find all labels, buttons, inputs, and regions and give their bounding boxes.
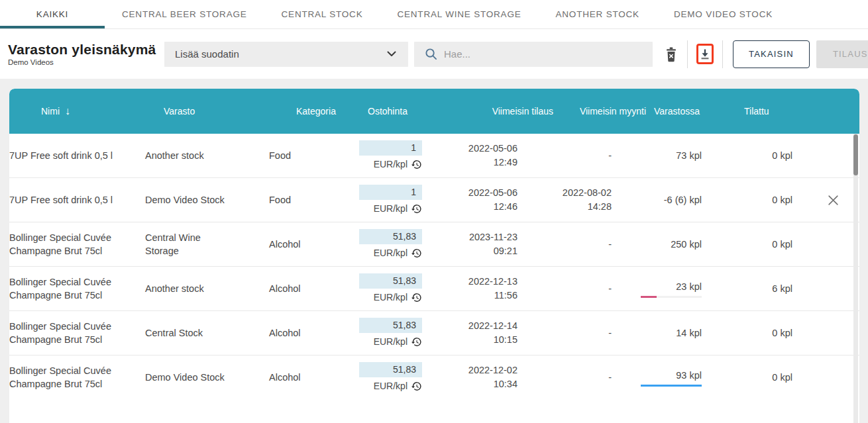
- price-unit: EUR/kpl: [374, 246, 407, 259]
- table-row[interactable]: 7UP Free soft drink 0,5 l Demo Video Sto…: [9, 177, 859, 222]
- tab-central-wine-storage[interactable]: CENTRAL WINE STORAGE: [380, 0, 538, 28]
- download-icon: [698, 48, 712, 61]
- column-header-ostohinta[interactable]: Ostohinta: [361, 106, 444, 117]
- purchase-price-cell: 51,83 EUR/kpl: [343, 362, 425, 393]
- ordered: 0 kpl: [717, 238, 806, 251]
- toolbar: Varaston yleisnäkymä Demo Videos Lisää s…: [0, 29, 868, 79]
- stock-level-bar: [641, 296, 702, 298]
- table-row[interactable]: 7UP Free soft drink 0,5 l Another stock …: [9, 134, 859, 177]
- column-header-viimeisin-tilaus[interactable]: Viimeisin tilaus: [444, 106, 553, 117]
- last-order: 2023-11-2309:21: [425, 230, 535, 258]
- tab-kaikki[interactable]: KAIKKI: [0, 0, 105, 28]
- in-stock: 23 kpl: [627, 280, 717, 298]
- top-header-area: KAIKKI CENTRAL BEER STORAGE CENTRAL STOC…: [0, 0, 868, 79]
- tab-another-stock[interactable]: ANOTHER STOCK: [539, 0, 657, 28]
- price-value: 51,83: [359, 318, 422, 333]
- ordered: 0 kpl: [717, 371, 806, 384]
- back-button[interactable]: TAKAISIN: [733, 40, 810, 68]
- search-icon: [425, 48, 437, 60]
- tab-central-stock[interactable]: CENTRAL STOCK: [264, 0, 380, 28]
- close-row-icon[interactable]: [828, 195, 839, 206]
- last-sale: -: [535, 326, 627, 340]
- order-button[interactable]: TILAUS: [816, 40, 868, 68]
- table-row[interactable]: Bollinger Special Cuvée Champagne Brut 7…: [9, 266, 859, 310]
- category: Alcohol: [260, 282, 343, 295]
- ordered: 0 kpl: [717, 326, 806, 340]
- price-unit: EUR/kpl: [374, 335, 407, 348]
- price-history-icon[interactable]: [411, 248, 422, 259]
- chevron-down-icon: [387, 51, 396, 57]
- price-history-icon[interactable]: [411, 381, 422, 392]
- product-name: Bollinger Special Cuvée Champagne Brut 7…: [9, 364, 145, 391]
- product-name: Bollinger Special Cuvée Champagne Brut 7…: [9, 320, 145, 346]
- clear-filters-button[interactable]: [664, 45, 678, 64]
- page-title: Varaston yleisnäkymä: [8, 42, 164, 58]
- price-value: 51,83: [359, 273, 422, 289]
- last-order: 2022-12-1410:15: [425, 319, 535, 347]
- tab-central-beer-storage[interactable]: CENTRAL BEER STORAGE: [105, 0, 264, 28]
- price-value: 51,83: [359, 362, 422, 377]
- column-header-varasto[interactable]: Varasto: [164, 106, 278, 117]
- price-history-icon[interactable]: [411, 292, 422, 303]
- column-header-kategoria[interactable]: Kategoria: [278, 106, 361, 117]
- download-button-highlight: [696, 44, 714, 64]
- category: Food: [260, 149, 343, 162]
- sort-desc-icon[interactable]: ↓: [65, 105, 70, 117]
- product-name: 7UP Free soft drink 0,5 l: [9, 193, 145, 207]
- add-filter-label: Lisää suodatin: [175, 48, 239, 60]
- table-row[interactable]: Bollinger Special Cuvée Champagne Brut 7…: [9, 310, 859, 355]
- category: Alcohol: [260, 326, 343, 340]
- price-value: 1: [359, 140, 422, 156]
- table-row[interactable]: Bollinger Special Cuvée Champagne Brut 7…: [9, 222, 859, 266]
- tab-demo-video-stock[interactable]: DEMO VIDEO STOCK: [657, 0, 790, 28]
- last-sale: -: [535, 371, 627, 385]
- trash-x-icon: [664, 46, 678, 62]
- search-input[interactable]: [444, 48, 629, 60]
- purchase-price-cell: 51,83 EUR/kpl: [343, 229, 425, 259]
- warehouse: Demo Video Stock: [145, 193, 260, 207]
- download-button[interactable]: [698, 48, 712, 61]
- table-scrollbar-track[interactable]: [853, 134, 858, 423]
- warehouse: Demo Video Stock: [145, 371, 260, 384]
- warehouse-tabbar: KAIKKI CENTRAL BEER STORAGE CENTRAL STOC…: [0, 0, 868, 29]
- ordered: 6 kpl: [717, 282, 806, 295]
- column-header-nimi[interactable]: Nimi ↓: [28, 105, 164, 117]
- table-scrollbar-thumb[interactable]: [853, 134, 858, 175]
- price-value: 1: [359, 185, 422, 200]
- last-sale: 2022-08-0214:28: [535, 186, 627, 214]
- table-row[interactable]: Bollinger Special Cuvée Champagne Brut 7…: [9, 355, 859, 399]
- in-stock: 93 kpl: [627, 369, 717, 387]
- column-header-viimeisin-myynti[interactable]: Viimeisin myynti: [553, 106, 646, 117]
- purchase-price-cell: 1 EUR/kpl: [343, 140, 425, 171]
- warehouse: Central Stock: [145, 326, 260, 340]
- price-history-icon[interactable]: [411, 203, 422, 214]
- in-stock: 73 kpl: [627, 149, 717, 162]
- purchase-price-cell: 51,83 EUR/kpl: [343, 273, 425, 304]
- product-name: 7UP Free soft drink 0,5 l: [9, 149, 145, 162]
- search-field[interactable]: [414, 42, 653, 67]
- last-order: 2022-12-0210:34: [425, 363, 535, 391]
- last-order: 2022-05-0612:49: [425, 142, 535, 169]
- last-order: 2022-12-1311:56: [425, 275, 535, 303]
- price-unit: EUR/kpl: [374, 379, 407, 393]
- last-sale: -: [535, 238, 627, 252]
- last-sale: -: [535, 149, 627, 163]
- purchase-price-cell: 1 EUR/kpl: [343, 185, 425, 215]
- price-history-icon[interactable]: [411, 159, 422, 170]
- category: Alcohol: [260, 371, 343, 384]
- add-filter-dropdown[interactable]: Lisää suodatin: [164, 42, 408, 67]
- stock-level-bar: [641, 385, 702, 387]
- inventory-table-card: Nimi ↓ Varasto Kategoria Ostohinta Viime…: [9, 89, 859, 423]
- page-subtitle: Demo Videos: [8, 58, 164, 66]
- price-value: 51,83: [359, 229, 422, 244]
- product-name: Bollinger Special Cuvée Champagne Brut 7…: [9, 231, 145, 258]
- column-header-varastossa[interactable]: Varastossa: [646, 106, 735, 117]
- column-header-tilattu[interactable]: Tilattu: [735, 106, 825, 117]
- in-stock: 14 kpl: [627, 326, 717, 340]
- price-unit: EUR/kpl: [374, 158, 407, 171]
- purchase-price-cell: 51,83 EUR/kpl: [343, 318, 425, 348]
- product-name: Bollinger Special Cuvée Champagne Brut 7…: [9, 275, 145, 302]
- price-history-icon[interactable]: [411, 336, 422, 348]
- category: Alcohol: [260, 238, 343, 251]
- price-unit: EUR/kpl: [374, 291, 407, 304]
